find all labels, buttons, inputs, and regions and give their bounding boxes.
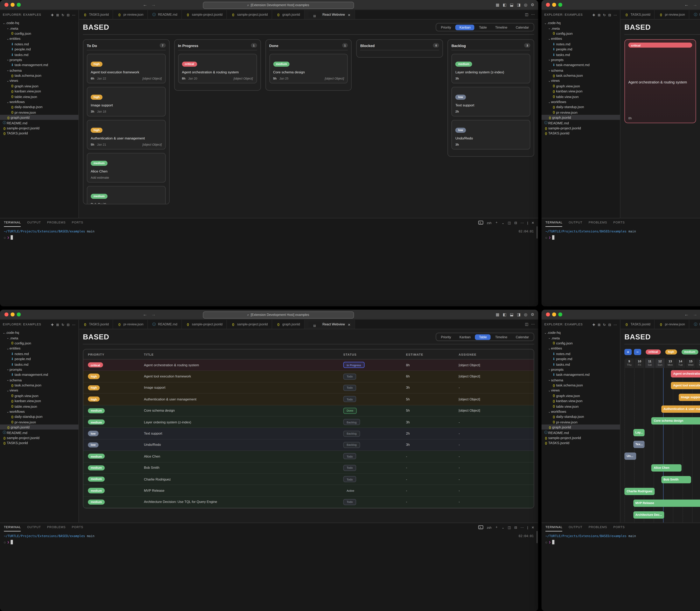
more-icon[interactable]: ⋯ bbox=[613, 322, 617, 326]
tree-item-people-md[interactable]: ⬇people.md bbox=[0, 46, 78, 52]
tab-graph-jsonld[interactable]: {}graph.jsonld bbox=[272, 10, 304, 19]
tree-item-schema[interactable]: ⌄schema bbox=[541, 377, 620, 383]
panel-tab-ports[interactable]: PORTS bbox=[613, 219, 625, 227]
new-file-icon[interactable]: ✚ bbox=[51, 322, 54, 326]
refresh-icon[interactable]: ↻ bbox=[61, 13, 64, 16]
priority-card[interactable]: criticalAgent orchestration & routing sy… bbox=[624, 39, 696, 123]
tree-item-tasks-jsonld[interactable]: {}TASKS.jsonld bbox=[0, 440, 78, 446]
close-tab-icon[interactable]: ✕ bbox=[348, 322, 351, 326]
tree-item-workflows[interactable]: ⌄workflows bbox=[541, 99, 620, 104]
view-tab-table[interactable]: Table bbox=[475, 334, 491, 340]
close-panel-icon[interactable]: ✕ bbox=[532, 525, 534, 529]
customize-layout-icon[interactable]: ▦ bbox=[496, 2, 500, 7]
tree-item--meta[interactable]: ⌄.meta bbox=[0, 26, 78, 31]
view-tab-priority[interactable]: Priority bbox=[437, 24, 455, 30]
tree-item-workflows[interactable]: ⌄workflows bbox=[541, 409, 620, 414]
table-row[interactable]: highAuthentication & user managementTodo… bbox=[84, 394, 534, 405]
kanban-card[interactable]: criticalAgent orchestration & routing sy… bbox=[178, 54, 257, 84]
tree-item-table-view-json[interactable]: {}table.view.json bbox=[0, 403, 78, 409]
zoom-window-button[interactable] bbox=[17, 3, 20, 6]
tab-readme-md[interactable]: ⓘREADME.md bbox=[689, 10, 700, 19]
refresh-icon[interactable]: ↻ bbox=[603, 322, 606, 326]
tree-item-table-view-json[interactable]: {}table.view.json bbox=[541, 94, 620, 99]
new-file-icon[interactable]: ✚ bbox=[51, 13, 54, 16]
panel-tab-output[interactable]: OUTPUT bbox=[569, 523, 582, 532]
tree-item-people-md[interactable]: ⬇people.md bbox=[541, 356, 620, 361]
view-tab-timeline[interactable]: Timeline bbox=[491, 24, 511, 30]
tree-item-schema[interactable]: ⌄schema bbox=[541, 68, 620, 73]
gantt-bar[interactable]: Tex... bbox=[633, 441, 645, 448]
tree-item-workflows[interactable]: ⌄workflows bbox=[0, 409, 78, 414]
tree-item-prompts[interactable]: ⌄prompts bbox=[541, 367, 620, 372]
panel-tab-terminal[interactable]: TERMINAL bbox=[546, 219, 563, 227]
launch-profile-chevron-icon[interactable]: ⌄ bbox=[502, 221, 504, 225]
view-tab-timeline[interactable]: Timeline bbox=[491, 334, 511, 340]
tab-graph-jsonld[interactable]: {}graph.jsonld bbox=[272, 320, 304, 329]
view-tab-kanban[interactable]: Kanban bbox=[456, 24, 475, 30]
tree-item-sample-project-jsonld[interactable]: {}sample-project.jsonld bbox=[0, 435, 78, 440]
minimize-window-button[interactable] bbox=[11, 3, 14, 6]
new-terminal-icon[interactable]: ＋ bbox=[495, 220, 498, 225]
panel-tab-ports[interactable]: PORTS bbox=[72, 523, 83, 532]
tab-tasks-jsonld[interactable]: {}TASKS.jsonld bbox=[621, 10, 655, 19]
new-folder-icon[interactable]: ⊞ bbox=[598, 322, 601, 326]
tab-pr-review-json[interactable]: {}pr-review.json bbox=[655, 320, 689, 329]
panel-tab-ports[interactable]: PORTS bbox=[72, 219, 83, 227]
split-terminal-icon[interactable]: ◫ bbox=[508, 525, 511, 529]
view-tab-table[interactable]: Table bbox=[475, 24, 491, 30]
more-icon[interactable]: ⋯ bbox=[521, 221, 524, 225]
gantt-bar[interactable]: Bob Smith bbox=[661, 476, 691, 483]
panel-scrollbar[interactable] bbox=[536, 226, 538, 239]
tab-react-webview[interactable]: ▤React Webview✕ bbox=[304, 320, 355, 329]
tab-pr-review-json[interactable]: {}pr-review.json bbox=[113, 10, 148, 19]
tree-item-readme-md[interactable]: ⓘREADME.md bbox=[0, 430, 78, 435]
tree-item-config-json[interactable]: {}config.json bbox=[0, 340, 78, 346]
table-row[interactable]: lowUndo/RedoBacklog3h- bbox=[84, 439, 534, 451]
add-estimate-link[interactable]: Add estimate bbox=[91, 176, 162, 179]
tree-item-config-json[interactable]: {}config.json bbox=[541, 31, 620, 36]
tree-item-task-management-md[interactable]: ⬇task-management.md bbox=[541, 372, 620, 377]
nav-back-button[interactable]: ← bbox=[143, 312, 147, 317]
tab-pr-review-json[interactable]: {}pr-review.json bbox=[655, 10, 689, 19]
tab-sample-project-jsonld[interactable]: {}sample-project.jsonld bbox=[227, 10, 272, 19]
tree-item-table-view-json[interactable]: {}table.view.json bbox=[541, 403, 620, 409]
tree-item-config-json[interactable]: {}config.json bbox=[541, 340, 620, 346]
tree-item-schema[interactable]: ⌄schema bbox=[0, 377, 78, 383]
toggle-secondary-sidebar-icon[interactable]: ◨ bbox=[517, 312, 521, 317]
tree-item-sample-project-jsonld[interactable]: {}sample-project.jsonld bbox=[541, 435, 620, 440]
table-row[interactable]: mediumCore schema designDone5h[object Ob… bbox=[84, 405, 534, 417]
zoom-window-button[interactable] bbox=[17, 313, 20, 316]
tab-tasks-jsonld[interactable]: {}TASKS.jsonld bbox=[79, 320, 113, 329]
tree-item-schema[interactable]: ⌄schema bbox=[0, 68, 78, 73]
tree-item-notes-md[interactable]: ⬇notes.md bbox=[541, 351, 620, 356]
table-row[interactable]: mediumBob SmithTodo-- bbox=[84, 462, 534, 474]
table-row[interactable]: criticalAgent orchestration & routing sy… bbox=[84, 360, 534, 371]
panel-tab-output[interactable]: OUTPUT bbox=[27, 219, 41, 227]
tree-item-config-json[interactable]: {}config.json bbox=[0, 31, 78, 36]
nav-back-button[interactable]: ← bbox=[143, 2, 147, 7]
settings-gear-icon[interactable]: ⚙ bbox=[531, 2, 534, 7]
tree-item-people-md[interactable]: ⬇people.md bbox=[0, 356, 78, 361]
new-folder-icon[interactable]: ⊞ bbox=[56, 322, 59, 326]
tree-item-table-view-json[interactable]: {}table.view.json bbox=[0, 94, 78, 99]
kanban-card[interactable]: mediumAlice ChenAdd estimate bbox=[87, 153, 166, 182]
tree-item--code-hq[interactable]: ⌄.code-hq bbox=[541, 20, 620, 26]
tree-item-graph-view-json[interactable]: {}graph.view.json bbox=[541, 83, 620, 89]
tab-readme-md[interactable]: ⓘREADME.md bbox=[148, 320, 182, 329]
tree-item-entities[interactable]: ⌄entities bbox=[0, 36, 78, 41]
more-icon[interactable]: ⋯ bbox=[72, 322, 76, 326]
panel-tab-output[interactable]: OUTPUT bbox=[27, 523, 41, 532]
tree-item-daily-standup-json[interactable]: {}daily-standup.json bbox=[0, 414, 78, 419]
gantt-bar[interactable]: Charlie Rodriguez bbox=[624, 488, 655, 495]
nav-forward-button[interactable]: → bbox=[151, 2, 156, 7]
tree-item-readme-md[interactable]: ⓘREADME.md bbox=[541, 430, 620, 435]
tab-react-webview[interactable]: ▤React Webview✕ bbox=[304, 10, 355, 19]
more-icon[interactable]: ⋯ bbox=[72, 13, 76, 16]
gantt-bar[interactable]: Un... bbox=[624, 452, 636, 460]
tab-readme-md[interactable]: ⓘREADME.md bbox=[689, 320, 700, 329]
tree-item-readme-md[interactable]: ⓘREADME.md bbox=[541, 120, 620, 125]
panel-tab-ports[interactable]: PORTS bbox=[613, 523, 625, 532]
tree-item-tasks-md[interactable]: ⬇tasks.md bbox=[0, 52, 78, 57]
panel-tab-terminal[interactable]: TERMINAL bbox=[4, 219, 21, 227]
tree-item-readme-md[interactable]: ⓘREADME.md bbox=[0, 120, 78, 125]
